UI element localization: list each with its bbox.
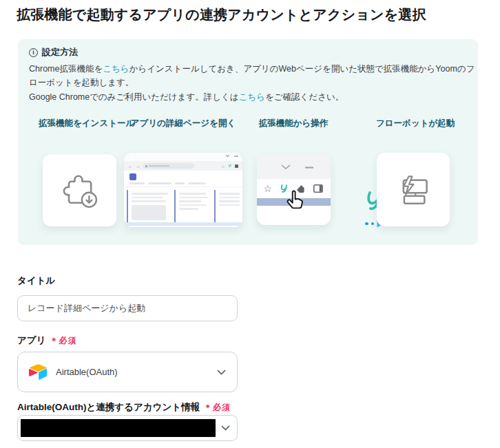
nav-arrows-icon: ← → bbox=[128, 164, 140, 169]
guide-line-1: Chrome拡張機能をこちらからインストールしておき、アプリのWebページを開い… bbox=[29, 62, 475, 90]
required-badge: ＊必須 bbox=[204, 402, 231, 414]
chevron-down-icon bbox=[221, 425, 230, 431]
details-here-link[interactable]: こちら bbox=[239, 92, 265, 102]
bookmark-star-icon: ☆ bbox=[221, 164, 225, 169]
flowbot-illustration bbox=[377, 153, 450, 226]
step-label: フローボットが起動 bbox=[376, 118, 450, 129]
setup-page: 拡張機能で起動するアプリの連携アカウントとアクションを選択 設定方法 Chrom… bbox=[0, 0, 500, 448]
chevron-down-icon bbox=[217, 370, 226, 375]
step-label: 拡張機能をインストール bbox=[39, 118, 120, 129]
step-card-install bbox=[43, 154, 116, 226]
install-here-link[interactable]: こちら bbox=[103, 64, 129, 74]
guide-line-2: Google Chromeでのみご利用いただけます。詳しくはこちらをご確認くださ… bbox=[29, 90, 475, 104]
required-badge: ＊必須 bbox=[50, 335, 76, 347]
url-text bbox=[149, 165, 169, 167]
step-flowbot-launch: フローボットが起動 bbox=[376, 118, 450, 226]
title-field-label: タイトル bbox=[17, 275, 55, 287]
step-label: 拡張機能から操作 bbox=[255, 118, 332, 129]
airtable-logo bbox=[29, 364, 48, 380]
setup-guide-panel: 設定方法 Chrome拡張機能をこちらからインストールしておき、アプリのWebペ… bbox=[18, 39, 478, 245]
browser-top-mock bbox=[257, 154, 331, 179]
step-open-app-page: アプリの詳細ページを開く ← → ☆ bbox=[121, 118, 245, 227]
app-select-value: Airtable(OAuth) bbox=[56, 367, 118, 377]
app-field-label: アプリ ＊必須 bbox=[17, 334, 76, 347]
extensions-puzzle-icon bbox=[235, 164, 238, 168]
chevron-down-icon bbox=[280, 164, 291, 170]
guide-header: 設定方法 bbox=[29, 46, 78, 58]
url-field bbox=[143, 163, 194, 169]
extension-toolbar-illustration: ☆ bbox=[257, 154, 331, 225]
lock-icon bbox=[145, 165, 147, 167]
hand-cursor-icon bbox=[286, 190, 304, 210]
puzzle-download-icon bbox=[58, 171, 101, 211]
window-controls-icon bbox=[225, 154, 238, 158]
yoom-mini-icon bbox=[228, 164, 232, 168]
guide-header-label: 設定方法 bbox=[42, 46, 78, 58]
bookmark-star-icon: ☆ bbox=[264, 184, 273, 193]
browser-addressbar: ← → ☆ bbox=[124, 161, 242, 171]
page-title: 拡張機能で起動するアプリの連携アカウントとアクションを選択 bbox=[17, 6, 496, 24]
title-input[interactable] bbox=[17, 295, 238, 321]
account-field-label: Airtable(OAuth)と連携するアカウント情報 ＊必須 bbox=[17, 401, 231, 414]
step-install-extension: 拡張機能をインストール bbox=[39, 118, 120, 226]
app-logo-mock bbox=[129, 173, 136, 180]
browser-titlebar bbox=[124, 153, 242, 161]
redacted-value bbox=[21, 419, 216, 437]
info-icon bbox=[29, 48, 38, 57]
step-operate-extension: 拡張機能から操作 ☆ bbox=[255, 118, 332, 225]
minimize-icon bbox=[305, 167, 313, 169]
flowbot-icon bbox=[393, 173, 433, 206]
step-label: アプリの詳細ページを開く bbox=[121, 118, 245, 129]
page-columns-mock bbox=[124, 187, 242, 222]
page-header-mock bbox=[124, 171, 242, 187]
sidebar-panel-icon bbox=[313, 184, 323, 193]
app-select[interactable]: Airtable(OAuth) bbox=[17, 352, 238, 392]
browser-page-illustration: ← → ☆ bbox=[124, 153, 242, 227]
account-select[interactable] bbox=[17, 415, 238, 441]
guide-description: Chrome拡張機能をこちらからインストールしておき、アプリのWebページを開い… bbox=[29, 62, 475, 104]
